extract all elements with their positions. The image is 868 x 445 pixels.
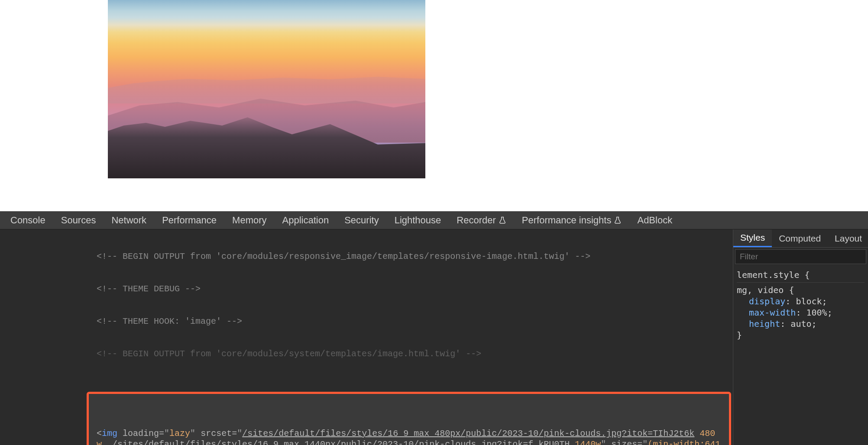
tab-label: Lighthouse xyxy=(395,215,441,226)
tab-recorder[interactable]: Recorder xyxy=(449,211,514,229)
tab-adblock[interactable]: AdBlock xyxy=(629,211,680,229)
tab-label: Recorder xyxy=(457,215,496,226)
selected-element-highlight[interactable]: <img loading="lazy" srcset="/sites/defau… xyxy=(87,392,731,445)
tab-sources[interactable]: Sources xyxy=(53,211,104,229)
tab-label: Network xyxy=(111,215,146,226)
page-sunset-image[interactable] xyxy=(108,0,425,178)
tab-console[interactable]: Console xyxy=(3,211,53,229)
flask-icon xyxy=(614,216,622,224)
css-rule-element-style[interactable]: lement.style { xyxy=(737,268,865,281)
tab-performance[interactable]: Performance xyxy=(154,211,224,229)
styles-sidebar: Styles Computed Layout E lement.style { … xyxy=(733,229,868,445)
devtools-body: <!-- BEGIN OUTPUT from 'core/modules/res… xyxy=(0,229,868,445)
styles-tabstrip: Styles Computed Layout E xyxy=(733,229,868,248)
styles-filter-input[interactable] xyxy=(735,249,866,264)
source-comment-line[interactable]: <!-- BEGIN OUTPUT from 'core/modules/res… xyxy=(0,251,733,262)
flask-icon xyxy=(499,216,506,224)
source-comment-line[interactable]: <!-- THEME HOOK: 'image' --> xyxy=(0,316,733,327)
tab-lighthouse[interactable]: Lighthouse xyxy=(387,211,449,229)
source-comment-line[interactable]: <!-- THEME DEBUG --> xyxy=(0,284,733,294)
styles-tab-styles[interactable]: Styles xyxy=(733,229,772,247)
tab-label: Performance xyxy=(162,215,217,226)
styles-tab-computed[interactable]: Computed xyxy=(772,229,828,247)
styles-tab-layout[interactable]: Layout xyxy=(828,229,868,247)
styles-filter-wrap xyxy=(735,249,866,264)
styles-rules-list[interactable]: lement.style { mg, video { display: bloc… xyxy=(733,264,868,343)
page-viewport xyxy=(0,0,868,211)
tab-performance-insights[interactable]: Performance insights xyxy=(514,211,630,229)
elements-source-panel[interactable]: <!-- BEGIN OUTPUT from 'core/modules/res… xyxy=(0,229,733,445)
tab-memory[interactable]: Memory xyxy=(224,211,274,229)
tab-label: Sources xyxy=(61,215,96,226)
devtools-panel: Console Sources Network Performance Memo… xyxy=(0,211,868,445)
tab-network[interactable]: Network xyxy=(104,211,154,229)
tab-label: Console xyxy=(10,215,45,226)
tab-label: Performance insights xyxy=(522,215,612,226)
tab-label: Security xyxy=(344,215,379,226)
tab-label: Memory xyxy=(232,215,266,226)
tab-label: AdBlock xyxy=(637,215,672,226)
css-rule-img-video[interactable]: mg, video { display: block; max-width: 1… xyxy=(737,282,865,341)
tab-security[interactable]: Security xyxy=(337,211,386,229)
decorative-mountain-far xyxy=(108,59,425,103)
devtools-tabstrip: Console Sources Network Performance Memo… xyxy=(0,211,868,229)
tag-name: img xyxy=(102,429,117,439)
tab-label: Application xyxy=(282,215,329,226)
source-comment-line[interactable]: <!-- BEGIN OUTPUT from 'core/modules/sys… xyxy=(0,348,733,359)
tab-application[interactable]: Application xyxy=(275,211,337,229)
